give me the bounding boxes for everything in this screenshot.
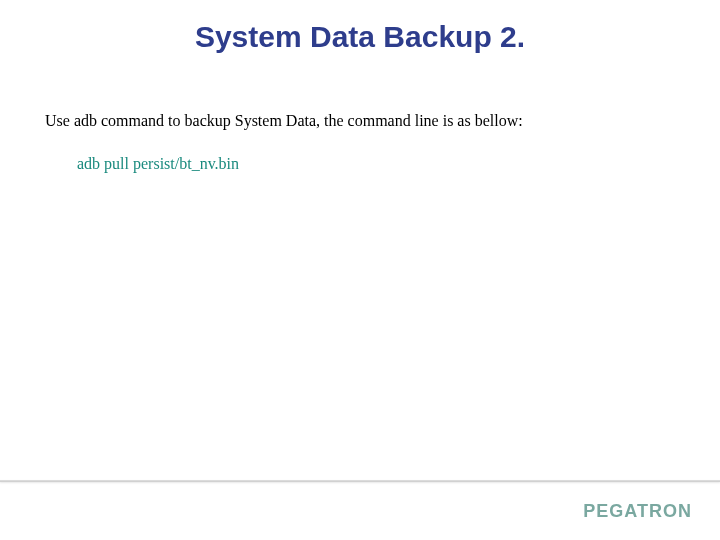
footer-logo: PEGATRON	[583, 501, 692, 522]
command-text: adb pull persist/bt_nv.bin	[77, 155, 675, 173]
slide-content: Use adb command to backup System Data, t…	[0, 64, 720, 173]
slide-title: System Data Backup 2.	[0, 0, 720, 64]
footer-divider	[0, 480, 720, 482]
instruction-text: Use adb command to backup System Data, t…	[45, 109, 675, 133]
